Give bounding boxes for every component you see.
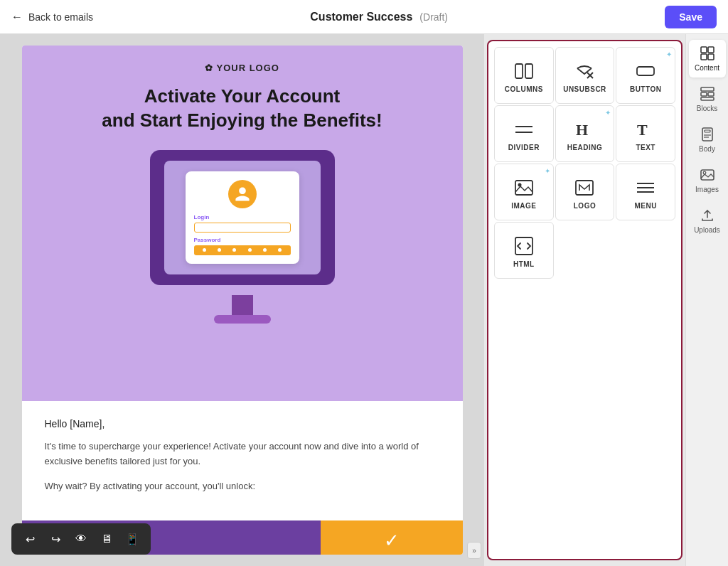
content-item-html[interactable]: HTML — [494, 222, 554, 279]
avatar-circle — [228, 180, 257, 208]
back-arrow-icon: ← — [11, 11, 23, 23]
checkmark-icon: ✓ — [384, 530, 400, 552]
email-body: Hello [Name], It's time to supercharge y… — [22, 401, 463, 520]
images-tab-label: Images — [695, 186, 719, 193]
login-card: Login Password — [186, 171, 299, 264]
divider-label: DIVIDER — [508, 144, 540, 151]
unsubscribe-label: UNSUBSCR — [563, 85, 606, 93]
svg-rect-0 — [515, 64, 523, 78]
svg-rect-11 — [576, 181, 593, 195]
headline-line2: and Start Enjoying the Benefits! — [102, 110, 382, 131]
mobile-view-button[interactable]: 📱 — [122, 529, 142, 549]
sidebar-tab-uploads[interactable]: Uploads — [689, 202, 726, 240]
sparkle-icon-image: ✦ — [545, 167, 550, 175]
sidebar-tab-body[interactable]: Body — [689, 121, 726, 159]
undo-button[interactable]: ↩ — [20, 529, 40, 549]
preview-button[interactable]: 👁 — [71, 529, 91, 549]
headline-line1: Activate Your Account — [144, 85, 340, 107]
logo-text: ✿ YOUR LOGO — [205, 63, 279, 73]
content-item-unsubscribe[interactable]: UNSUBSCR — [555, 47, 615, 104]
login-input-visual — [194, 223, 291, 233]
uploads-tab-icon — [700, 208, 715, 223]
email-paragraph-1: It's time to supercharge your experience… — [45, 439, 440, 469]
password-label: Password — [194, 237, 291, 243]
svg-rect-4 — [637, 67, 654, 75]
text-label: TEXT — [636, 144, 655, 151]
svg-rect-20 — [701, 87, 714, 91]
draft-badge: (Draft) — [419, 11, 448, 23]
header: ← Back to emails Customer Success (Draft… — [0, 0, 728, 34]
image-icon — [514, 178, 534, 198]
email-logo: ✿ YOUR LOGO — [205, 63, 279, 73]
content-item-logo[interactable]: LOGO — [555, 164, 615, 220]
save-button[interactable]: Save — [665, 6, 717, 28]
monitor-screen: Login Password — [164, 161, 321, 274]
svg-rect-18 — [701, 54, 707, 60]
password-row — [194, 245, 291, 255]
content-item-columns[interactable]: COLUMNS — [494, 47, 554, 104]
heading-label: HEADING — [567, 144, 603, 151]
svg-rect-16 — [701, 47, 707, 53]
content-item-image[interactable]: ✦ IMAGE — [494, 164, 554, 220]
svg-rect-9 — [515, 181, 532, 195]
content-item-menu[interactable]: MENU — [616, 164, 675, 220]
bottom-toolbar: ↩ ↪ 👁 🖥 📱 — [11, 523, 151, 555]
monitor-base — [214, 315, 271, 324]
content-panel: COLUMNS UNSUBSCR ✦ BUTTON — [487, 40, 682, 560]
menu-icon — [636, 178, 655, 198]
html-label: HTML — [513, 260, 535, 268]
svg-rect-19 — [708, 54, 714, 60]
back-to-emails-button[interactable]: ← Back to emails — [11, 11, 93, 23]
unsubscribe-icon — [574, 61, 594, 81]
blocks-tab-label: Blocks — [697, 105, 717, 112]
header-center: Customer Success (Draft) — [310, 11, 448, 23]
email-hero: ✿ YOUR LOGO Activate Your Account and St… — [22, 46, 463, 401]
monitor-body: Login Password — [150, 150, 335, 285]
sidebar-tab-blocks[interactable]: Blocks — [689, 80, 726, 118]
svg-text:T: T — [637, 121, 648, 139]
email-greeting: Hello [Name], — [45, 418, 440, 429]
sidebar-tab-content[interactable]: Content — [689, 40, 726, 78]
svg-rect-23 — [701, 97, 714, 100]
blocks-tab-icon — [700, 86, 715, 102]
menu-label: MENU — [634, 202, 656, 210]
svg-rect-1 — [525, 64, 532, 78]
uploads-tab-label: Uploads — [694, 226, 720, 234]
content-item-button[interactable]: ✦ BUTTON — [616, 47, 675, 104]
content-items-grid: COLUMNS UNSUBSCR ✦ BUTTON — [488, 41, 681, 284]
columns-icon — [514, 61, 534, 81]
redo-button[interactable]: ↪ — [46, 529, 65, 549]
monitor-illustration: Login Password — [143, 150, 342, 335]
footer-cta-button[interactable]: ✓ — [321, 520, 463, 555]
html-icon — [514, 236, 534, 256]
images-tab-icon — [700, 167, 715, 183]
sparkle-icon-button: ✦ — [666, 50, 672, 58]
button-icon — [636, 61, 655, 81]
svg-rect-21 — [701, 92, 707, 96]
content-item-heading[interactable]: ✦ H HEADING — [555, 105, 615, 162]
main-area: ✿ YOUR LOGO Activate Your Account and St… — [0, 34, 728, 566]
content-item-text[interactable]: T TEXT — [616, 105, 675, 162]
svg-rect-17 — [708, 47, 714, 53]
sparkle-icon-heading: ✦ — [605, 109, 611, 117]
logo-icon — [574, 178, 594, 198]
content-item-divider[interactable]: DIVIDER — [494, 105, 554, 162]
body-tab-icon — [700, 127, 715, 142]
divider-icon — [514, 119, 534, 139]
back-label: Back to emails — [28, 11, 93, 23]
button-label: BUTTON — [630, 85, 661, 93]
email-headline: Activate Your Account and Start Enjoying… — [102, 85, 382, 133]
canvas-area: ✿ YOUR LOGO Activate Your Account and St… — [0, 34, 484, 566]
monitor-stand — [232, 295, 253, 315]
logo-label: LOGO — [574, 202, 596, 210]
text-icon: T — [636, 119, 655, 139]
heading-icon: H — [574, 119, 594, 139]
columns-label: COLUMNS — [505, 85, 543, 93]
svg-rect-25 — [705, 130, 710, 132]
desktop-view-button[interactable]: 🖥 — [97, 529, 117, 549]
email-title: Customer Success — [310, 11, 412, 23]
collapse-panel-button[interactable]: » — [467, 542, 481, 559]
content-tab-icon — [700, 46, 715, 61]
svg-rect-22 — [708, 92, 714, 96]
sidebar-tab-images[interactable]: Images — [689, 161, 726, 199]
